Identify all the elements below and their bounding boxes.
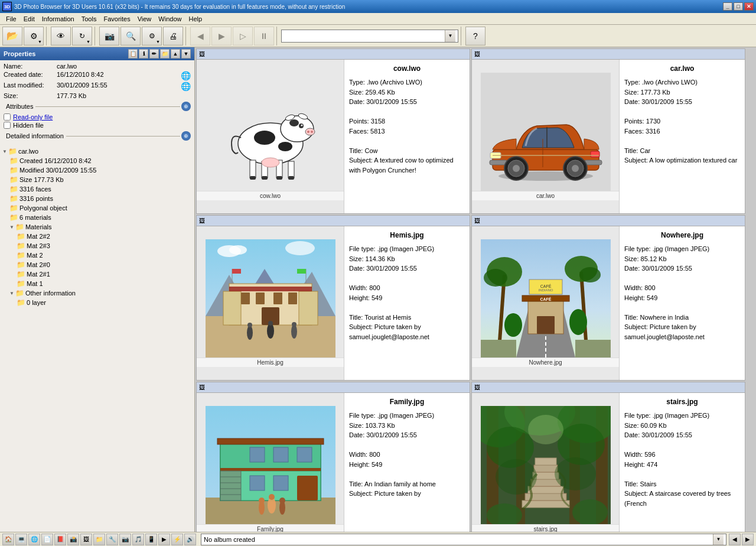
status-icon-12[interactable]: 📱 xyxy=(145,534,157,545)
status-icon-14[interactable]: ⚡ xyxy=(171,534,183,545)
status-icon-6[interactable]: 📸 xyxy=(67,534,79,545)
thumb-info-family: Family.jpg File type: .jpg (Imagen JPEG)… xyxy=(344,393,470,532)
status-icon-8[interactable]: 📁 xyxy=(93,534,105,545)
toolbar-print-button[interactable]: 🖨 xyxy=(163,27,183,46)
status-album-dropdown-button[interactable]: ▼ xyxy=(713,534,724,545)
tree-item-faces[interactable]: 📁 3316 faces xyxy=(2,184,192,194)
status-icon-13[interactable]: ▶ xyxy=(158,534,170,545)
folder-icon: 📁 xyxy=(8,147,17,155)
toolbar-next-button[interactable]: ▶ xyxy=(211,27,232,46)
car-faces: Faces: 3316 xyxy=(624,126,740,136)
tree-item-mat2[interactable]: 📁 Mat 2 xyxy=(2,251,192,260)
nowhere-title-meta: Title: Nowhere in India xyxy=(624,313,740,323)
tree-item-mat2-1[interactable]: 📁 Mat 2#1 xyxy=(2,269,192,279)
maximize-button[interactable]: □ xyxy=(734,2,743,11)
tree-item-size[interactable]: 📁 Size 177.73 Kb xyxy=(2,175,192,184)
minimize-button[interactable]: _ xyxy=(723,2,732,11)
status-icon-4[interactable]: 📄 xyxy=(41,534,53,545)
tree-label: Mat 2 xyxy=(27,252,43,259)
folder-icon: 📁 xyxy=(9,185,18,193)
toolbar-play-button[interactable]: ▷ xyxy=(233,27,253,46)
stairs-type: File type: .jpg (Imagen JPEG) xyxy=(624,411,740,421)
status-icon-7[interactable]: 🖼 xyxy=(80,534,92,545)
toolbar-prev-button[interactable]: ◀ xyxy=(190,27,210,46)
tree-label: 3316 points xyxy=(19,195,53,202)
menu-information[interactable]: Information xyxy=(38,14,78,24)
detailed-line xyxy=(66,136,180,136)
svg-rect-121 xyxy=(528,486,563,493)
tree-item-mat2-3[interactable]: 📁 Mat 2#3 xyxy=(2,241,192,251)
props-copy-button[interactable]: 📋 xyxy=(128,49,138,58)
toolbar-open-button[interactable]: 📂 xyxy=(2,27,22,46)
content-area[interactable]: 🖼 xyxy=(195,47,756,532)
stairs-size: Size: 60.09 Kb xyxy=(624,421,740,431)
folder-icon: 📁 xyxy=(17,251,25,259)
tree-item-mat2-2[interactable]: 📁 Mat 2#2 xyxy=(2,232,192,241)
menu-favorites[interactable]: Favorites xyxy=(100,14,133,24)
hidden-checkbox[interactable] xyxy=(4,122,11,129)
status-icon-11[interactable]: 🎵 xyxy=(132,534,144,545)
thumb-image-nowhere: CAFÉ CAFÉ INDIANO xyxy=(481,239,611,358)
menu-edit[interactable]: Edit xyxy=(20,14,38,24)
svg-rect-125 xyxy=(535,458,556,465)
tree-item-mat1[interactable]: 📁 Mat 1 xyxy=(2,279,192,288)
tree-item-polygonal[interactable]: 📁 Polygonal object xyxy=(2,203,192,213)
path-input[interactable]: c:\documents and settings...\Samples\ xyxy=(284,32,445,40)
detailed-collapse-button[interactable]: ⊕ xyxy=(181,131,191,141)
toolbar-separator-3 xyxy=(185,27,188,46)
toolbar-view-button[interactable]: 👁 xyxy=(51,27,71,46)
cow-title-meta: Title: Cow xyxy=(349,146,465,156)
menu-file[interactable]: File xyxy=(2,14,20,24)
menu-view[interactable]: View xyxy=(134,14,155,24)
tree-item-points[interactable]: 📁 3316 points xyxy=(2,194,192,203)
status-icon-1[interactable]: 🏠 xyxy=(2,534,14,545)
hidden-label: Hidden file xyxy=(13,122,44,129)
tree-label: Mat 2#2 xyxy=(27,233,50,240)
menu-tools[interactable]: Tools xyxy=(78,14,100,24)
tree-item-0layer[interactable]: 📁 0 layer xyxy=(2,298,192,307)
readonly-label[interactable]: Read-only file xyxy=(13,113,53,121)
toolbar-config-button[interactable]: ⚙ ▼ xyxy=(142,27,162,46)
svg-rect-51 xyxy=(273,292,282,304)
status-right-btn-1[interactable]: ◀ xyxy=(729,534,741,545)
tree-item-other-info[interactable]: ▼ 📁 Other information xyxy=(2,288,192,298)
toolbar-camera1-button[interactable]: 📷 xyxy=(99,27,119,46)
close-button[interactable]: ✕ xyxy=(744,2,754,11)
tree-item-carlwo[interactable]: ▼ 📁 car.lwo xyxy=(2,147,192,156)
tree-item-mat2-0[interactable]: 📁 Mat 2#0 xyxy=(2,260,192,269)
menu-help[interactable]: Help xyxy=(185,14,206,24)
status-icon-10[interactable]: 📷 xyxy=(119,534,131,545)
thumb-header-car: 🖼 xyxy=(472,49,745,60)
status-icon-5[interactable]: 📕 xyxy=(54,534,66,545)
attributes-collapse-button[interactable]: ⊕ xyxy=(181,102,191,111)
menu-window[interactable]: Window xyxy=(155,14,185,24)
toolbar-help-button[interactable]: ? xyxy=(465,27,485,46)
props-folder-button[interactable]: 📁 xyxy=(160,49,170,58)
cow-faces: Faces: 5813 xyxy=(349,126,465,136)
status-right-btn-2[interactable]: ▶ xyxy=(742,534,754,545)
tree-item-modified[interactable]: 📁 Modified 30/01/2009 15:55 xyxy=(2,165,192,175)
tree-item-materials-count[interactable]: 📁 6 materials xyxy=(2,213,192,222)
attributes-label: Attributes xyxy=(6,103,33,110)
status-icon-15[interactable]: 🔊 xyxy=(184,534,196,545)
toolbar-pause-button[interactable]: ⏸ xyxy=(254,27,274,46)
props-down-button[interactable]: ▼ xyxy=(181,49,191,58)
readonly-checkbox[interactable] xyxy=(4,113,11,121)
car-title-meta: Title: Car xyxy=(624,146,740,156)
props-info-button[interactable]: ℹ xyxy=(139,49,148,58)
props-edit-button[interactable]: ✏ xyxy=(149,49,159,58)
status-icon-3[interactable]: 🌐 xyxy=(28,534,40,545)
toolbar-camera2-button[interactable]: 🔍 xyxy=(120,27,141,46)
tree-view: ▼ 📁 car.lwo 📁 Created 16/12/2010 8:42 📁 … xyxy=(0,145,194,308)
toolbar-refresh-button[interactable]: ↻ ▼ xyxy=(72,27,92,46)
props-up-button[interactable]: ▲ xyxy=(171,49,180,58)
tree-item-materials[interactable]: ▼ 📁 Materials xyxy=(2,222,192,232)
thumb-header-icon-stairs: 🖼 xyxy=(474,384,480,391)
svg-point-35 xyxy=(572,165,579,172)
path-dropdown-button[interactable]: ▼ xyxy=(445,30,455,42)
toolbar-settings-button[interactable]: ⚙ ▼ xyxy=(24,27,44,46)
status-icon-9[interactable]: 🔧 xyxy=(106,534,118,545)
status-icon-2[interactable]: 💻 xyxy=(15,534,27,545)
tree-item-created[interactable]: 📁 Created 16/12/2010 8:42 xyxy=(2,156,192,165)
status-album-container: No album created ▼ xyxy=(201,534,726,545)
